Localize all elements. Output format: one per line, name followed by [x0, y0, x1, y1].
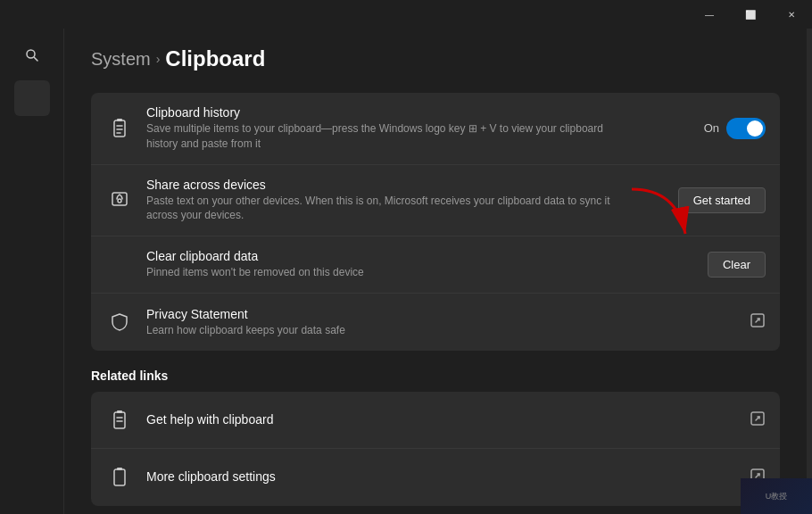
search-button[interactable] [14, 37, 50, 73]
scrollbar-area [807, 29, 812, 514]
sidebar [0, 29, 64, 514]
clipboard-history-text: Clipboard history Save multiple items to… [146, 105, 690, 152]
get-help-ext-link-icon[interactable] [750, 414, 766, 429]
get-help-control[interactable] [750, 410, 766, 430]
clear-button[interactable]: Clear [708, 252, 766, 278]
share-devices-row: Share across devices Paste text on your … [91, 165, 780, 237]
privacy-desc: Learn how clipboard keeps your data safe [146, 323, 610, 338]
toggle-on-label: On [704, 121, 719, 135]
maximize-button[interactable]: ⬜ [730, 0, 771, 29]
svg-point-0 [27, 50, 35, 58]
clear-clipboard-title: Clear clipboard data [146, 249, 693, 263]
more-info-row[interactable]: More clipboard settings [91, 449, 780, 506]
share-devices-desc: Paste text on your other devices. When t… [146, 194, 610, 224]
clear-clipboard-row: Clear clipboard data Pinned items won't … [91, 236, 780, 294]
clear-clipboard-text: Clear clipboard data Pinned items won't … [146, 249, 693, 280]
clear-clipboard-desc: Pinned items won't be removed on this de… [146, 265, 610, 280]
breadcrumb-chevron: › [156, 52, 161, 66]
share-devices-title: Share across devices [146, 178, 664, 192]
svg-rect-11 [114, 412, 125, 428]
related-links-title: Related links [91, 369, 780, 383]
settings-card: Clipboard history Save multiple items to… [91, 93, 780, 351]
more-info-text: More clipboard settings [146, 469, 735, 485]
get-help-icon [105, 406, 134, 435]
svg-rect-3 [117, 119, 122, 121]
clipboard-history-row: Clipboard history Save multiple items to… [91, 93, 780, 165]
breadcrumb: System › Clipboard [91, 46, 780, 71]
toggle-thumb [747, 120, 763, 137]
privacy-icon [105, 308, 134, 336]
clear-clipboard-control[interactable]: Clear [708, 252, 766, 278]
privacy-statement-row: Privacy Statement Learn how clipboard ke… [91, 294, 780, 351]
share-devices-icon [105, 186, 134, 214]
privacy-control[interactable] [750, 312, 766, 332]
svg-rect-2 [114, 120, 125, 137]
svg-line-1 [34, 58, 37, 62]
more-info-icon [105, 463, 134, 492]
close-button[interactable]: ✕ [771, 0, 812, 29]
share-devices-control[interactable]: Get started [678, 187, 766, 213]
breadcrumb-system: System [91, 49, 151, 70]
more-info-label: More clipboard settings [146, 469, 735, 484]
clipboard-history-toggle[interactable] [726, 118, 766, 139]
privacy-text: Privacy Statement Learn how clipboard ke… [146, 307, 735, 338]
svg-rect-12 [117, 410, 122, 413]
external-link-icon[interactable] [750, 316, 766, 331]
privacy-title: Privacy Statement [146, 307, 735, 321]
get-started-button[interactable]: Get started [678, 187, 766, 213]
clipboard-history-title: Clipboard history [146, 105, 690, 120]
svg-rect-17 [117, 468, 122, 470]
watermark: U教授 [741, 478, 812, 514]
svg-point-8 [118, 199, 121, 203]
toggle-container: On [704, 118, 766, 139]
breadcrumb-current: Clipboard [165, 46, 265, 71]
share-devices-text: Share across devices Paste text on your … [146, 178, 664, 224]
get-help-row[interactable]: Get help with clipboard [91, 392, 780, 449]
clipboard-history-desc: Save multiple items to your clipboard—pr… [146, 121, 610, 152]
get-help-text: Get help with clipboard [146, 412, 735, 428]
app-container: System › Clipboard Clipboard hist [0, 29, 812, 514]
svg-rect-16 [114, 469, 125, 485]
get-help-label: Get help with clipboard [146, 412, 735, 427]
minimize-button[interactable]: — [689, 0, 730, 29]
related-links-card: Get help with clipboard [91, 392, 780, 506]
clipboard-history-icon [105, 114, 134, 143]
titlebar: — ⬜ ✕ [0, 0, 812, 29]
clipboard-history-control: On [704, 118, 766, 139]
main-content: System › Clipboard Clipboard hist [64, 29, 807, 514]
sidebar-nav-item [14, 80, 50, 116]
